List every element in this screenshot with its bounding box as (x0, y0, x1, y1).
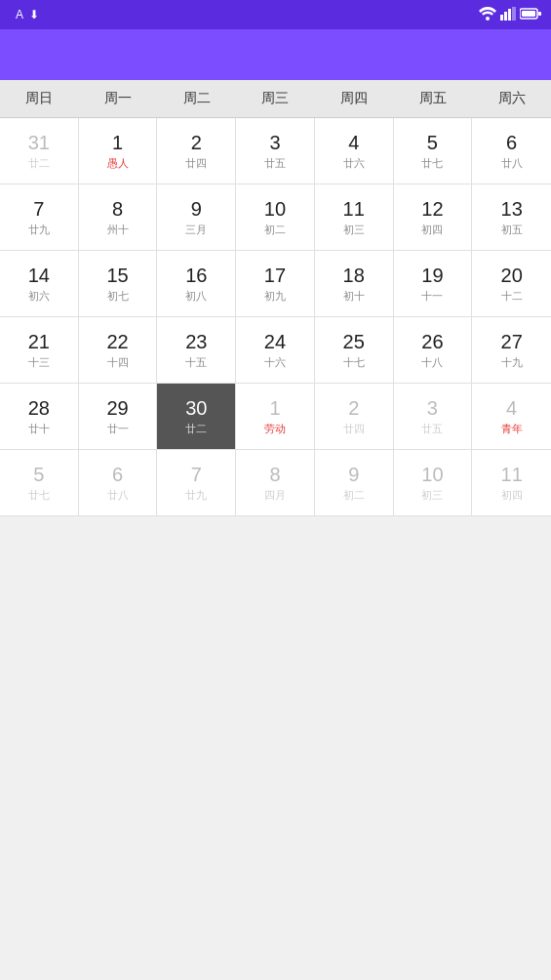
day-cell[interactable]: 26十八 (394, 317, 473, 384)
day-cell[interactable]: 31廿二 (0, 118, 79, 184)
download-icon: ⬇ (29, 8, 39, 21)
prev-month-button[interactable] (16, 51, 31, 59)
weekday-row: 周日周一周二周三周四周五周六 (0, 80, 551, 118)
day-lunar: 劳动 (264, 422, 286, 436)
day-cell[interactable]: 16初八 (157, 251, 236, 317)
weekday-label: 周一 (79, 80, 158, 117)
day-cell[interactable]: 3廿五 (236, 118, 315, 184)
day-cell[interactable]: 30廿二 (157, 384, 236, 450)
day-lunar: 青年 (501, 422, 523, 436)
day-lunar: 廿二 (185, 422, 207, 436)
day-number: 9 (348, 463, 359, 486)
day-number: 25 (343, 330, 365, 353)
day-cell[interactable]: 23十五 (157, 317, 236, 384)
day-cell[interactable]: 8州十 (79, 184, 158, 251)
day-cell[interactable]: 24十六 (236, 317, 315, 384)
day-number: 24 (264, 330, 286, 353)
day-cell[interactable]: 8四月 (236, 450, 315, 516)
day-cell[interactable]: 19十一 (394, 251, 473, 317)
empty-area (0, 516, 551, 907)
day-number: 21 (28, 330, 50, 353)
day-cell[interactable]: 7廿九 (0, 184, 79, 251)
day-cell[interactable]: 1愚人 (79, 118, 158, 184)
day-lunar: 初六 (28, 289, 50, 304)
day-cell[interactable]: 6廿八 (79, 450, 158, 516)
calendar-grid: 31廿二1愚人2廿四3廿五4廿六5廿七6廿八7廿九8州十9三月10初二11初三1… (0, 118, 551, 516)
day-lunar: 十八 (421, 355, 443, 370)
day-number: 4 (348, 131, 359, 154)
day-number: 30 (185, 396, 207, 420)
day-number: 5 (33, 463, 44, 486)
day-cell[interactable]: 2廿四 (157, 118, 236, 184)
day-cell[interactable]: 7廿九 (157, 450, 236, 516)
day-cell[interactable]: 20十二 (472, 251, 551, 317)
day-cell[interactable]: 4青年 (472, 384, 551, 450)
day-cell[interactable]: 5廿七 (394, 118, 473, 184)
day-lunar: 初五 (501, 223, 523, 237)
day-number: 9 (191, 197, 202, 221)
day-cell[interactable]: 2廿四 (315, 384, 394, 450)
day-cell[interactable]: 28廿十 (0, 384, 79, 450)
next-month-button[interactable] (520, 51, 535, 59)
day-number: 10 (421, 463, 443, 486)
day-cell[interactable]: 29廿一 (79, 384, 158, 450)
day-cell[interactable]: 14初六 (0, 251, 79, 317)
battery-icon (520, 8, 541, 22)
svg-rect-7 (538, 12, 541, 16)
day-cell[interactable]: 21十三 (0, 317, 79, 384)
svg-rect-3 (508, 9, 511, 20)
day-lunar: 廿四 (343, 422, 365, 436)
day-lunar: 廿八 (107, 488, 129, 503)
day-cell[interactable]: 10初三 (394, 450, 473, 516)
day-lunar: 初三 (421, 488, 443, 503)
day-cell[interactable]: 10初二 (236, 184, 315, 251)
svg-rect-1 (500, 15, 503, 20)
day-lunar: 初九 (264, 289, 286, 304)
day-number: 19 (421, 264, 443, 287)
day-cell[interactable]: 1劳动 (236, 384, 315, 450)
day-cell[interactable]: 13初五 (472, 184, 551, 251)
day-number: 26 (421, 330, 443, 353)
day-number: 16 (185, 264, 207, 287)
day-number: 22 (106, 330, 128, 353)
day-lunar: 廿九 (28, 223, 50, 237)
day-cell[interactable]: 9三月 (157, 184, 236, 251)
day-lunar: 廿二 (28, 156, 50, 171)
day-cell[interactable]: 12初四 (394, 184, 473, 251)
day-cell[interactable]: 5廿七 (0, 450, 79, 516)
day-number: 7 (33, 197, 44, 221)
day-cell[interactable]: 18初十 (315, 251, 394, 317)
day-lunar: 廿四 (185, 156, 207, 171)
status-bar: A ⬇ (0, 0, 551, 29)
svg-point-0 (486, 17, 490, 20)
day-lunar: 廿十 (28, 422, 50, 436)
day-number: 8 (269, 463, 280, 486)
day-cell[interactable]: 11初三 (315, 184, 394, 251)
day-lunar: 初三 (343, 223, 365, 237)
day-number: 6 (506, 131, 517, 154)
day-cell[interactable]: 22十四 (79, 317, 158, 384)
day-lunar: 初二 (343, 488, 365, 503)
day-number: 28 (28, 396, 50, 420)
weekday-label: 周四 (315, 80, 394, 117)
day-cell[interactable]: 9初二 (315, 450, 394, 516)
day-lunar: 十五 (185, 355, 207, 370)
day-lunar: 初四 (501, 488, 523, 503)
day-lunar: 十二 (501, 289, 523, 304)
wifi-icon (479, 7, 496, 23)
day-cell[interactable]: 6廿八 (472, 118, 551, 184)
day-cell[interactable]: 4廿六 (315, 118, 394, 184)
day-cell[interactable]: 3廿五 (394, 384, 473, 450)
day-number: 2 (348, 396, 359, 420)
day-cell[interactable]: 17初九 (236, 251, 315, 317)
day-number: 1 (112, 131, 123, 154)
svg-rect-6 (522, 11, 535, 17)
weekday-label: 周三 (236, 80, 315, 117)
day-number: 11 (501, 463, 523, 486)
day-cell[interactable]: 15初七 (79, 251, 158, 317)
day-lunar: 廿七 (28, 488, 50, 503)
day-cell[interactable]: 11初四 (472, 450, 551, 516)
day-cell[interactable]: 25十七 (315, 317, 394, 384)
day-cell[interactable]: 27十九 (472, 317, 551, 384)
day-number: 20 (501, 264, 523, 287)
